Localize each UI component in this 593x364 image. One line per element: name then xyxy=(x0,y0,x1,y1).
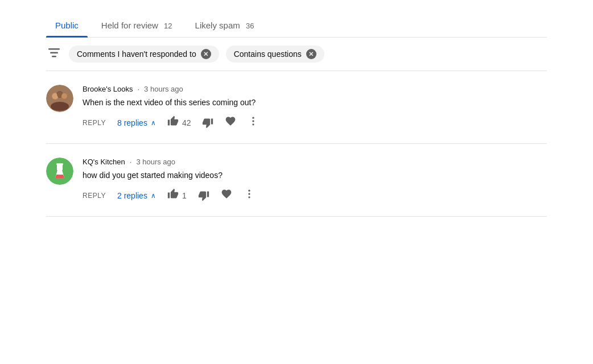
svg-point-10 xyxy=(61,93,67,99)
comment-1-dislike-button[interactable] xyxy=(202,117,213,129)
tab-spam-badge: 36 xyxy=(246,22,254,30)
tab-public-label: Public xyxy=(55,20,79,30)
tab-held-badge: 12 xyxy=(164,22,172,30)
comment-1-replies[interactable]: 8 replies ∧ xyxy=(117,118,156,127)
comment-2-like-count: 1 xyxy=(182,191,187,200)
chip-not-responded-close[interactable]: ✕ xyxy=(201,49,211,59)
comment-2-actions: REPLY 2 replies ∧ 1 xyxy=(83,188,547,202)
comment-2-meta: KQ's Kitchen · 3 hours ago xyxy=(83,158,547,166)
chevron-up-icon: ∧ xyxy=(151,192,156,200)
comment-1-content: Brooke's Looks · 3 hours ago When is the… xyxy=(83,85,547,130)
svg-rect-0 xyxy=(48,48,60,50)
chip-questions-label: Contains questions xyxy=(234,49,302,59)
comment-section: Brooke's Looks · 3 hours ago When is the… xyxy=(46,71,547,217)
tab-spam-label: Likely spam xyxy=(195,20,240,30)
svg-rect-2 xyxy=(52,56,56,57)
tab-public[interactable]: Public xyxy=(46,14,88,37)
comment-2-text: how did you get started making videos? xyxy=(83,169,547,181)
filter-bar: Comments I haven't responded to ✕ Contai… xyxy=(46,38,547,71)
comment-2-more-button[interactable] xyxy=(244,188,255,202)
comment-1-like-count: 42 xyxy=(182,118,191,127)
comment-2-dislike-button[interactable] xyxy=(198,190,209,201)
comment-2-content: KQ's Kitchen · 3 hours ago how did you g… xyxy=(83,158,547,202)
comment-1-author: Brooke's Looks xyxy=(83,85,133,93)
thumbs-up-icon xyxy=(167,115,179,130)
comment-2-like-button[interactable]: 1 xyxy=(167,188,187,202)
comment-1-meta: Brooke's Looks · 3 hours ago xyxy=(83,85,547,93)
thumbs-up-icon xyxy=(167,188,179,202)
filter-chip-contains-questions[interactable]: Contains questions ✕ xyxy=(226,46,324,63)
comment-1-heart-button[interactable] xyxy=(225,115,236,130)
chip-questions-close[interactable]: ✕ xyxy=(306,49,316,59)
avatar-brookes-looks xyxy=(46,85,73,112)
comment-2-replies-count: 2 replies xyxy=(117,191,147,200)
comment-2-author: KQ's Kitchen xyxy=(83,158,125,166)
comment-item: Brooke's Looks · 3 hours ago When is the… xyxy=(46,71,547,144)
chip-not-responded-label: Comments I haven't responded to xyxy=(77,49,196,59)
svg-point-11 xyxy=(253,117,254,119)
tab-likely-spam[interactable]: Likely spam 36 xyxy=(186,14,263,37)
svg-point-12 xyxy=(253,120,254,122)
svg-point-7 xyxy=(51,102,69,111)
chevron-up-icon: ∧ xyxy=(151,119,156,127)
comment-1-like-button[interactable]: 42 xyxy=(167,115,191,130)
comment-1-replies-count: 8 replies xyxy=(117,118,147,127)
tab-held-for-review[interactable]: Held for review 12 xyxy=(92,14,182,37)
svg-point-19 xyxy=(248,196,250,198)
comment-2-heart-button[interactable] xyxy=(221,188,232,202)
svg-rect-1 xyxy=(50,52,58,53)
svg-rect-15 xyxy=(56,163,63,165)
filter-chip-not-responded[interactable]: Comments I haven't responded to ✕ xyxy=(69,46,219,63)
svg-point-17 xyxy=(248,190,250,192)
comment-1-time: 3 hours ago xyxy=(144,85,183,93)
tab-held-label: Held for review xyxy=(101,20,158,30)
svg-point-13 xyxy=(253,123,254,125)
comment-1-more-button[interactable] xyxy=(248,115,259,130)
comment-2-reply-button[interactable]: REPLY xyxy=(83,192,106,200)
comment-2-time: 3 hours ago xyxy=(136,158,175,166)
comment-1-text: When is the next video of this series co… xyxy=(83,97,547,109)
comment-item: KQ's Kitchen · 3 hours ago how did you g… xyxy=(46,144,547,217)
avatar-kqs-kitchen xyxy=(46,158,73,185)
svg-point-18 xyxy=(248,193,250,195)
tabs-nav: Public Held for review 12 Likely spam 36 xyxy=(46,0,547,38)
svg-rect-16 xyxy=(57,165,63,170)
filter-icon[interactable] xyxy=(46,46,62,63)
comment-1-actions: REPLY 8 replies ∧ 42 xyxy=(83,115,547,130)
comment-1-reply-button[interactable]: REPLY xyxy=(83,119,106,127)
comment-2-replies[interactable]: 2 replies ∧ xyxy=(117,191,156,200)
